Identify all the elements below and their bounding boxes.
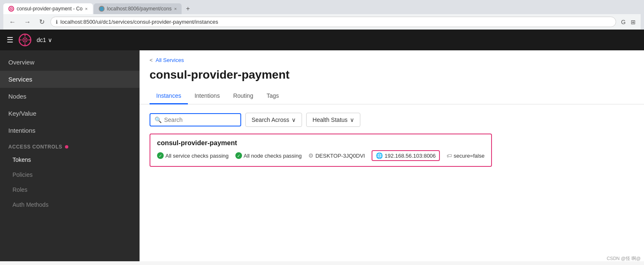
breadcrumb: < All Services	[140, 50, 644, 67]
instance-card: consul-provider-payment ✓ All service ch…	[150, 134, 492, 167]
globe-icon: 🌐	[376, 152, 383, 159]
service-checks-text: All service checks passing	[165, 153, 229, 159]
health-status-button[interactable]: Health Status ∨	[306, 113, 360, 127]
policies-label: Policies	[12, 171, 32, 178]
service-check-icon: ✓	[157, 152, 164, 159]
sidebar-item-tokens[interactable]: Tokens	[0, 152, 140, 167]
forward-button[interactable]: →	[22, 17, 33, 27]
info-icon: ℹ	[56, 19, 58, 25]
tab-title-inactive: localhost:8006/payment/cons	[107, 6, 172, 12]
tab-intentions[interactable]: Intentions	[188, 88, 227, 104]
tab-title-active: consul-provider-payment - Co	[17, 6, 82, 12]
health-status-label: Health Status	[312, 116, 347, 123]
tokens-label: Tokens	[12, 156, 31, 163]
dc-name: dc1	[37, 37, 46, 43]
content-area: < All Services consul-provider-payment I…	[140, 50, 644, 261]
ip-address-text: 192.168.56.103:8006	[384, 153, 436, 159]
search-across-button[interactable]: Search Across ∨	[245, 113, 302, 127]
consul-favicon	[8, 6, 14, 12]
top-navbar: ☰ dc1 ∨	[0, 30, 644, 50]
roles-label: Roles	[12, 186, 27, 193]
sidebar: Overview Services Nodes Key/Value Intent…	[0, 50, 140, 261]
translate-button[interactable]: G	[619, 17, 627, 27]
node-name-info: ⚙ DESKTOP-3JQ0DVI	[308, 152, 365, 159]
new-tab-button[interactable]: +	[182, 3, 193, 14]
sidebar-intentions-label: Intentions	[8, 127, 35, 134]
sidebar-services-label: Services	[8, 76, 32, 83]
sidebar-item-auth-methods[interactable]: Auth Methods	[0, 197, 140, 212]
access-controls-label: ACCESS CONTROLS	[8, 144, 62, 150]
browser-actions: G ⊞	[619, 17, 637, 27]
sidebar-item-keyvalue[interactable]: Key/Value	[0, 105, 140, 122]
tab-close-inactive[interactable]: ×	[174, 6, 177, 11]
back-button[interactable]: ←	[7, 17, 18, 27]
node-checks-badge: ✓ All node checks passing	[235, 152, 302, 159]
node-name-text: DESKTOP-3JQ0DVI	[315, 153, 365, 159]
service-checks-badge: ✓ All service checks passing	[157, 152, 229, 159]
breadcrumb-link[interactable]: All Services	[156, 57, 184, 63]
search-across-label: Search Across	[252, 116, 289, 123]
node-check-icon: ✓	[235, 152, 242, 159]
sidebar-item-policies[interactable]: Policies	[0, 167, 140, 182]
sidebar-overview-label: Overview	[8, 59, 35, 66]
instances-list: consul-provider-payment ✓ All service ch…	[140, 134, 644, 172]
dc-arrow: ∨	[48, 37, 52, 43]
tag-icon: 🏷	[447, 153, 452, 159]
node-checks-text: All node checks passing	[244, 153, 302, 159]
svg-point-1	[11, 8, 12, 10]
node-icon: ⚙	[308, 152, 314, 159]
browser-tab-active[interactable]: consul-provider-payment - Co ×	[3, 3, 93, 14]
sidebar-keyvalue-label: Key/Value	[8, 110, 36, 117]
instance-name[interactable]: consul-provider-payment	[157, 139, 484, 147]
watermark: CSDN @怪 啊@	[607, 255, 641, 261]
breadcrumb-arrow: <	[150, 57, 153, 63]
sidebar-item-nodes[interactable]: Nodes	[0, 88, 140, 105]
sidebar-item-roles[interactable]: Roles	[0, 182, 140, 197]
search-box[interactable]: 🔍	[150, 113, 241, 126]
search-icon: 🔍	[155, 116, 162, 123]
tab-routing[interactable]: Routing	[227, 88, 260, 104]
tab-instances[interactable]: Instances	[150, 88, 188, 104]
extensions-button[interactable]: ⊞	[629, 17, 637, 27]
sidebar-item-overview[interactable]: Overview	[0, 54, 140, 71]
svg-point-4	[24, 39, 26, 41]
tag-badge: 🏷 secure=false	[447, 153, 484, 159]
address-bar-row: ← → ↻ ℹ localhost:8500/ui/dc1/services/c…	[3, 14, 641, 30]
address-bar[interactable]: ℹ localhost:8500/ui/dc1/services/consul-…	[50, 17, 616, 27]
sidebar-nodes-label: Nodes	[8, 93, 26, 100]
search-across-arrow: ∨	[292, 116, 296, 123]
tab-close-active[interactable]: ×	[85, 6, 87, 11]
globe-favicon: 🌐	[99, 6, 105, 12]
hamburger-button[interactable]: ☰	[7, 35, 13, 45]
access-controls-dot	[65, 145, 68, 149]
instance-details: ✓ All service checks passing ✓ All node …	[157, 150, 484, 161]
tabs-bar: Instances Intentions Routing Tags	[140, 88, 644, 104]
sidebar-item-services[interactable]: Services	[0, 71, 140, 88]
app-container: ☰ dc1 ∨ Overview Services Nodes	[0, 30, 644, 261]
sidebar-item-intentions[interactable]: Intentions	[0, 122, 140, 139]
access-controls-section: ACCESS CONTROLS	[0, 139, 140, 152]
search-input[interactable]	[164, 116, 237, 123]
ip-address-badge: 🌐 192.168.56.103:8006	[372, 150, 440, 161]
tag-text: secure=false	[454, 153, 484, 159]
browser-tab-inactive[interactable]: 🌐 localhost:8006/payment/cons ×	[94, 3, 182, 14]
auth-methods-label: Auth Methods	[12, 201, 48, 208]
url-display: localhost:8500/ui/dc1/services/consul-pr…	[60, 19, 218, 25]
browser-chrome: consul-provider-payment - Co × 🌐 localho…	[0, 0, 644, 30]
browser-tabs: consul-provider-payment - Co × 🌐 localho…	[3, 3, 641, 14]
refresh-button[interactable]: ↻	[37, 17, 47, 27]
page-title: consul-provider-payment	[140, 67, 644, 88]
tab-tags[interactable]: Tags	[260, 88, 286, 104]
health-status-arrow: ∨	[350, 116, 354, 123]
dc-selector[interactable]: dc1 ∨	[37, 37, 52, 43]
main-area: Overview Services Nodes Key/Value Intent…	[0, 50, 644, 261]
consul-logo	[18, 33, 32, 47]
filters-row: 🔍 Search Across ∨ Health Status ∨	[140, 104, 644, 134]
